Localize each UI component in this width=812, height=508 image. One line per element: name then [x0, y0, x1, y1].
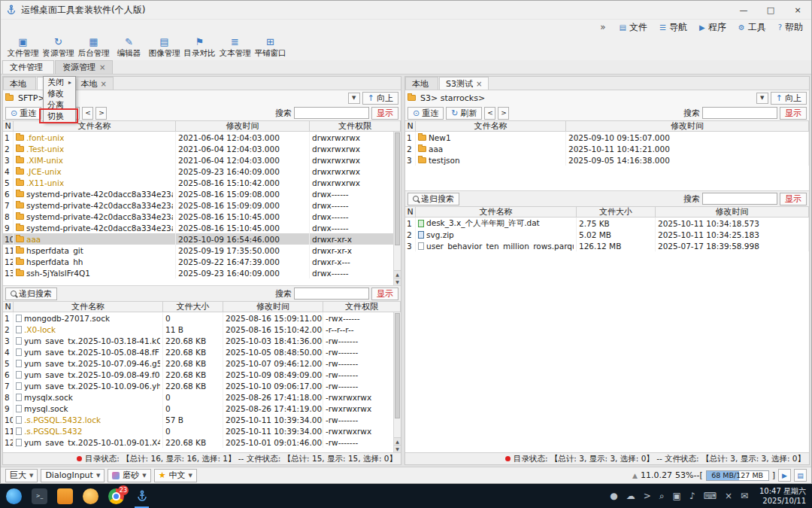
chrome-icon[interactable]: 23	[108, 488, 124, 504]
cut-icon[interactable]: ×	[725, 491, 732, 500]
path-dropdown-arrow[interactable]: ▼	[756, 93, 768, 104]
file-row[interactable]: 6 yum_save_tx.2025-10-09.08-49.f0oJYf.yu…	[3, 369, 401, 380]
scrollbar-thumb[interactable]	[395, 313, 400, 418]
files-app-icon[interactable]	[57, 488, 73, 504]
directory-row[interactable]: 3 .XIM-unix 2021-06-04 12:04:03.000 drwx…	[3, 154, 401, 166]
play-button[interactable]: ▶	[778, 469, 791, 482]
directory-row[interactable]: 9 systemd-private-42c0dacc8a334e23aee3d1…	[3, 222, 401, 233]
start-button[interactable]	[6, 488, 22, 504]
file-row[interactable]: 10 .s.PGSQL.5432.lock 57 B 2025-10-11 10…	[3, 414, 401, 425]
show-button[interactable]: 显示	[371, 287, 398, 300]
close-tab-icon[interactable]: ×	[101, 80, 107, 88]
back-button[interactable]: <	[484, 107, 495, 120]
file-row[interactable]: 3 user_behavior_ten_million_rows.parquet…	[405, 240, 809, 251]
memory-progress[interactable]: 68 MB/127 MB	[706, 470, 769, 481]
directory-row[interactable]: 5 .X11-unix 2025-08-16 15:10:42.000 drwx…	[3, 177, 401, 188]
file-row[interactable]: 3 yum_save_tx.2025-10-03.18-41.kC05i7.yu…	[3, 335, 401, 346]
software-store-icon[interactable]	[83, 488, 98, 504]
pane-tab[interactable]: 本地 ×	[74, 77, 114, 90]
up-button[interactable]: ↑向上	[362, 92, 398, 105]
show-button[interactable]: 显示	[780, 107, 807, 120]
file-row[interactable]: 2 .X0-lock 11 B 2025-08-16 15:10:42.000 …	[3, 324, 401, 335]
column-header[interactable]: 文件权限	[310, 121, 401, 131]
menu-item[interactable]: ⚙ 工具	[732, 20, 772, 35]
toolbar-collapse-icon[interactable]: »	[600, 22, 613, 32]
directory-row[interactable]: 11 hsperfdata_git 2025-09-19 17:35:50.00…	[3, 245, 401, 256]
file-row[interactable]: 12 yum_save_tx.2025-10-01.09-01.X467Ak.y…	[3, 437, 401, 448]
directory-row[interactable]: 12 hsperfdata_hh 2025-09-22 16:47:39.000…	[3, 256, 401, 267]
message-icon[interactable]: ✉	[741, 491, 748, 500]
font-size-select[interactable]: 巨大▼	[5, 469, 38, 482]
toolbar-button[interactable]: ↻ 资源管理	[41, 35, 76, 60]
show-button[interactable]: 显示	[780, 193, 807, 205]
record-icon[interactable]: ●	[610, 491, 617, 500]
context-menu-item[interactable]: 关闭 ▸	[44, 77, 75, 88]
recursive-search-button[interactable]: 递归搜索	[408, 193, 459, 205]
reconnect-button[interactable]: ⊙重连	[5, 107, 41, 120]
file-row[interactable]: 1 mongodb-27017.sock 0 2025-08-16 15:09:…	[3, 312, 401, 324]
column-header[interactable]: 文件大小	[577, 207, 656, 217]
column-header[interactable]: N	[3, 121, 14, 131]
pane-tab[interactable]: 本地	[405, 77, 438, 90]
directory-row[interactable]: 4 .JCE-unix 2025-09-23 16:40:09.000 drwx…	[3, 166, 401, 177]
directory-row[interactable]: 1 .font-unix 2021-06-04 12:04:03.000 drw…	[3, 132, 401, 143]
up-button[interactable]: ↑向上	[771, 92, 807, 105]
file-row[interactable]: 8 mysqlx.sock 0 2025-08-26 17:41:18.000 …	[3, 391, 401, 403]
path-dropdown-arrow[interactable]: ▼	[348, 93, 360, 104]
file-row[interactable]: 5 yum_save_tx.2025-10-07.09-46.g5BVMb.yu…	[3, 357, 401, 369]
file-search-input[interactable]	[294, 287, 369, 300]
document-tab[interactable]: 资源管理 ×	[55, 60, 113, 74]
terminal-icon[interactable]: >_	[32, 488, 47, 504]
column-header[interactable]: 文件名称	[14, 121, 176, 131]
show-button[interactable]: 显示	[371, 107, 398, 120]
column-header[interactable]: 修改时间	[223, 302, 323, 312]
toolbar-button[interactable]: ⚑ 目录对比	[182, 35, 217, 60]
search-icon[interactable]: ⌕	[659, 491, 665, 500]
close-button[interactable]: ×	[784, 1, 811, 19]
column-header[interactable]: 文件名称	[416, 121, 566, 131]
language-select[interactable]: ★中文▼	[154, 469, 197, 482]
menu-item[interactable]: ? 帮助	[772, 20, 809, 35]
menu-item[interactable]: ▤ 文件	[614, 20, 653, 35]
directory-row[interactable]: 1 New1 2025-09-10 09:15:07.000	[405, 132, 809, 143]
pane-tab[interactable]: S3测试 ×	[439, 77, 489, 90]
toolbar-button[interactable]: ⊞ 平铺窗口	[253, 35, 288, 60]
directory-row[interactable]: 2 .Test-unix 2021-06-04 12:04:03.000 drw…	[3, 143, 401, 154]
directory-row[interactable]: 10 aaa 2025-10-09 16:54:46.000 drwxr-xr-…	[3, 233, 401, 245]
column-header[interactable]: 文件权限	[323, 302, 401, 312]
refresh-button[interactable]: ↻刷新	[446, 107, 482, 120]
column-header[interactable]: 修改时间	[656, 207, 809, 217]
column-header[interactable]: 文件大小	[163, 302, 223, 312]
column-header[interactable]: 修改时间	[176, 121, 310, 131]
toolbar-button[interactable]: ≣ 文本管理	[217, 35, 253, 60]
minimize-button[interactable]: —	[730, 1, 757, 19]
clock[interactable]: 10:47 星期六 2025/10/11	[759, 486, 806, 506]
document-tab[interactable]: 文件管理	[2, 60, 54, 74]
file-search-input[interactable]	[702, 193, 777, 205]
forward-button[interactable]: >	[498, 107, 509, 120]
file-row[interactable]: 4 yum_save_tx.2025-10-05.08-48.fF_Dv0.yu…	[3, 346, 401, 357]
file-row[interactable]: 1 desk_3.x_个人半年期_许可.dat 2.75 KB 2025-10-…	[405, 217, 809, 229]
file-row[interactable]: 7 yum_save_tx.2025-10-10.09-06.yhWCCl.yu…	[3, 380, 401, 391]
close-tab-icon[interactable]: ×	[476, 80, 482, 88]
ops-suite-app-icon[interactable]	[134, 488, 150, 504]
menu-item[interactable]: ☰ 导航	[653, 20, 693, 35]
toolbar-button[interactable]: ▤ 图像管理	[147, 35, 182, 60]
file-row[interactable]: 9 mysql.sock 0 2025-08-26 17:41:19.000 -…	[3, 403, 401, 414]
back-button[interactable]: <	[82, 107, 93, 120]
column-header[interactable]: 文件名称	[14, 302, 163, 312]
scroll-up-icon[interactable]: ▲	[394, 270, 401, 278]
column-header[interactable]: N	[405, 121, 416, 131]
path-text[interactable]: S3> starrocks>	[420, 93, 754, 103]
toolbar-button[interactable]: ▦ 后台管理	[76, 35, 111, 60]
directory-row[interactable]: 3 testjson 2025-09-05 14:16:38.000	[405, 154, 809, 166]
expand-tray-icon[interactable]: >	[644, 491, 651, 500]
font-family-select[interactable]: DialogInput▼	[41, 469, 105, 482]
file-row[interactable]: 2 svg.zip 5.02 MB 2025-10-11 10:34:25.18…	[405, 229, 809, 240]
column-header[interactable]: 修改时间	[566, 121, 809, 131]
context-menu-item[interactable]: 修改	[44, 88, 75, 99]
scrollbar[interactable]: ▲ ▼	[393, 132, 401, 285]
menu-item[interactable]: ▶ 程序	[693, 20, 732, 35]
toolbar-button[interactable]: ▣ 文件管理	[5, 35, 41, 60]
directory-row[interactable]: 7 systemd-private-42c0dacc8a334e23aee3d1…	[3, 199, 401, 211]
